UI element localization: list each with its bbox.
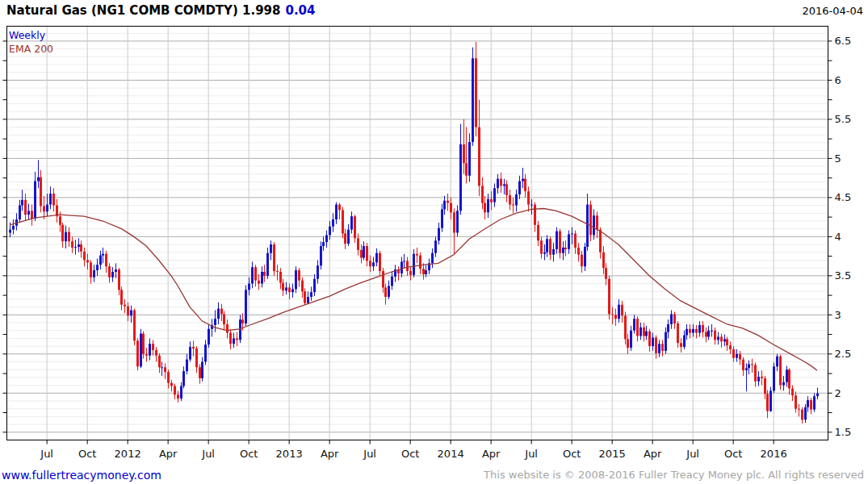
candle-body (593, 215, 595, 235)
candle-body (695, 329, 698, 333)
candle-body (736, 354, 738, 358)
candle-body (562, 248, 564, 253)
candle-body (801, 410, 803, 420)
candle-body (779, 357, 782, 386)
candle-body (739, 354, 741, 360)
candle-body (472, 58, 474, 142)
candle-body (208, 329, 210, 344)
candle-body (621, 305, 623, 316)
candle-body (384, 287, 387, 297)
x-axis-label: Oct (563, 448, 581, 460)
candle-body (456, 211, 459, 232)
candle-body (791, 388, 794, 395)
candle-body (195, 348, 198, 367)
candle-body (379, 253, 381, 271)
candle-body (301, 281, 304, 292)
candle-body (658, 344, 660, 353)
candle-body (720, 336, 723, 341)
candle-body (648, 332, 651, 346)
candle-body (723, 339, 726, 341)
candle-body (40, 177, 42, 207)
candle-body (497, 179, 499, 189)
candle-body (447, 201, 449, 203)
y-axis-label: 2.5 (835, 348, 852, 360)
candle-body (118, 269, 120, 290)
candle-body (527, 191, 530, 204)
candle-body (288, 287, 291, 292)
candle-body (322, 242, 325, 246)
candle-body (24, 200, 27, 215)
candle-body (111, 272, 114, 277)
y-axis-label: 5.5 (835, 113, 852, 125)
candle-body (552, 249, 555, 255)
candle-body (145, 354, 148, 356)
candle-body (509, 195, 511, 205)
candle-body (174, 386, 176, 395)
candle-body (512, 205, 514, 206)
candle-body (295, 270, 297, 289)
candle-body (90, 262, 92, 277)
candle-body (468, 142, 471, 176)
candle-body (652, 337, 654, 346)
candle-body (164, 367, 166, 372)
candle-body (624, 315, 627, 339)
candle-body (431, 253, 434, 264)
x-axis-label: 2012 (115, 448, 141, 460)
candle-body (304, 291, 306, 303)
candle-body (307, 297, 309, 303)
candle-body (459, 144, 462, 211)
candle-body (86, 260, 89, 262)
candle-body (332, 219, 334, 227)
candle-body (74, 247, 77, 248)
candle-body (49, 194, 52, 205)
candle-body (465, 163, 468, 176)
x-axis-label: Jul (363, 448, 376, 460)
candle-body (698, 325, 701, 333)
candle-body (757, 377, 760, 382)
y-axis-label: 4.5 (835, 191, 852, 203)
candle-body (643, 328, 645, 336)
candle-body (434, 240, 437, 253)
candle-body (639, 328, 642, 336)
x-axis-label: Jul (686, 448, 699, 460)
candle-body (645, 332, 648, 336)
candle-body (403, 261, 405, 261)
candle-body (705, 332, 707, 337)
candle-body (189, 347, 191, 360)
candle-body (270, 244, 272, 253)
candle-body (627, 339, 629, 348)
candle-body (245, 290, 247, 323)
candle-body (120, 290, 123, 304)
candle-body (804, 407, 807, 420)
instrument-and-price: Natural Gas (NG1 COMB COMDTY) 1.998 (6, 3, 280, 18)
candle-body (409, 271, 412, 275)
candle-body (233, 338, 235, 344)
x-axis-label: 2014 (438, 448, 464, 460)
candle-body (416, 254, 418, 256)
y-axis-label: 1.5 (835, 426, 852, 438)
candle-body (158, 356, 161, 368)
candle-body (655, 337, 657, 353)
candle-body (608, 279, 610, 315)
x-axis-label: 2013 (276, 448, 303, 460)
candle-body (298, 270, 300, 281)
candle-body (798, 409, 800, 410)
candle-body (524, 179, 526, 192)
candle-body (192, 347, 195, 348)
candle-body (546, 239, 548, 252)
y-axis-label: 2 (835, 387, 841, 399)
candle-body (581, 255, 583, 267)
candle-body (201, 362, 203, 378)
candle-body (589, 205, 592, 236)
candle-body (717, 336, 719, 340)
x-axis-label: 2016 (761, 448, 787, 460)
candle-body (133, 311, 136, 341)
candle-body (816, 394, 819, 397)
candle-body (149, 344, 151, 356)
candle-body (335, 205, 338, 219)
candle-body (726, 339, 728, 345)
candle-body (115, 269, 117, 272)
site-link[interactable]: www.fullertreacymoney.com (2, 469, 161, 482)
candle-body (310, 292, 312, 297)
candle-body (518, 182, 521, 194)
